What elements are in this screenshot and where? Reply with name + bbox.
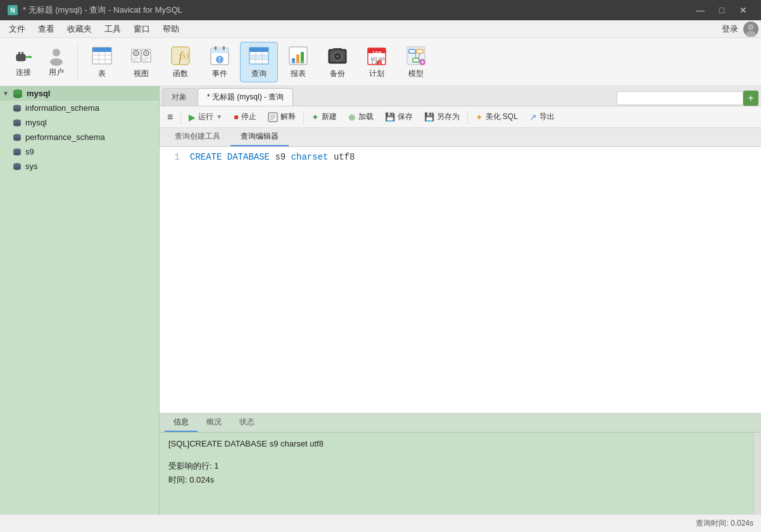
sidebar-db-sys[interactable]: sys bbox=[0, 159, 159, 174]
svg-point-7 bbox=[53, 49, 60, 56]
run-dropdown-icon[interactable]: ▼ bbox=[216, 113, 222, 120]
toolbar-conn-group: 连接 用户 bbox=[5, 42, 75, 82]
sidebar-db-performance_schema[interactable]: performance_schema bbox=[0, 130, 159, 144]
toolbar-plan-button[interactable]: JAN M T W T 1 2 3 计划 bbox=[358, 42, 396, 82]
toolbar-report-button[interactable]: 报表 bbox=[279, 42, 317, 82]
sidebar-db-s9[interactable]: s9 bbox=[0, 144, 159, 159]
toolbar-user-button[interactable]: 用户 bbox=[41, 42, 72, 82]
keyword-create: CREATE DATABASE bbox=[190, 152, 270, 162]
query-label: 查询 bbox=[251, 68, 267, 79]
new-icon: ✦ bbox=[311, 112, 319, 122]
toolbar-model-button[interactable]: ✦ 模型 bbox=[397, 42, 435, 82]
toolbar-main-group: 表 视图 bbox=[80, 42, 437, 82]
svg-rect-29 bbox=[211, 48, 229, 53]
beautify-icon: ✦ bbox=[475, 112, 483, 122]
toolbar-connect-button[interactable]: 连接 bbox=[8, 42, 39, 82]
menu-view[interactable]: 查看 bbox=[32, 21, 61, 37]
new-button[interactable]: ✦ 新建 bbox=[306, 109, 342, 125]
close-button[interactable]: ✕ bbox=[733, 0, 753, 20]
query-tab-builder[interactable]: 查询创建工具 bbox=[165, 128, 230, 146]
svg-text:(x): (x) bbox=[180, 51, 189, 60]
scrollbar-vertical[interactable] bbox=[753, 433, 761, 514]
plan-icon: JAN M T W T 1 2 3 bbox=[365, 44, 388, 67]
toolbar-table-button[interactable]: 表 bbox=[83, 42, 121, 82]
run-button[interactable]: ▶ 运行 ▼ bbox=[184, 109, 227, 125]
bottom-tab-status[interactable]: 状态 bbox=[230, 414, 263, 432]
maximize-button[interactable]: □ bbox=[712, 0, 732, 20]
svg-text:!: ! bbox=[218, 56, 220, 63]
menu-file[interactable]: 文件 bbox=[3, 21, 32, 37]
sidebar-root-mysql[interactable]: ▼ mysql bbox=[0, 86, 159, 101]
bottom-panel: 信息 概况 状态 [SQL]CREATE DATABASE s9 charset… bbox=[160, 413, 761, 514]
load-label: 加载 bbox=[358, 111, 374, 122]
sep-2 bbox=[303, 110, 304, 124]
explain-label: 解释 bbox=[280, 111, 296, 122]
load-button[interactable]: ⊕ 加载 bbox=[343, 109, 379, 125]
export-button[interactable]: ↗ 导出 bbox=[524, 109, 560, 125]
backup-icon bbox=[326, 44, 349, 67]
svg-text:3: 3 bbox=[378, 61, 380, 65]
query-icon bbox=[248, 44, 270, 67]
menu-tools[interactable]: 工具 bbox=[98, 21, 127, 37]
toolbar-backup-button[interactable]: 备份 bbox=[318, 42, 356, 82]
toolbar-view-button[interactable]: 视图 bbox=[122, 42, 160, 82]
model-icon: ✦ bbox=[405, 44, 427, 67]
run-label: 运行 bbox=[198, 111, 213, 122]
new-query-button[interactable]: + bbox=[743, 91, 758, 106]
table-label: 表 bbox=[98, 68, 106, 79]
save-button[interactable]: 💾 保存 bbox=[380, 109, 418, 125]
connect-label: 连接 bbox=[16, 67, 31, 78]
editor-area[interactable]: 1 CREATE DATABASE s9 charset utf8 bbox=[160, 147, 761, 413]
tab-bar: 对象 * 无标题 (mysql) - 查询 + bbox=[160, 86, 761, 106]
login-button[interactable]: 登录 bbox=[722, 23, 738, 35]
sidebar-db-mysql[interactable]: mysql bbox=[0, 115, 159, 130]
menu-button[interactable]: ≡ bbox=[162, 109, 178, 125]
app-icon: N bbox=[8, 5, 18, 15]
stop-button[interactable]: ■ 停止 bbox=[229, 109, 261, 125]
svg-rect-35 bbox=[249, 48, 268, 52]
view-label: 视图 bbox=[134, 68, 149, 79]
minimize-button[interactable]: — bbox=[690, 0, 710, 20]
sidebar-db-label: s9 bbox=[25, 147, 34, 156]
menu-help[interactable]: 帮助 bbox=[156, 21, 186, 37]
view-icon bbox=[130, 44, 153, 67]
svg-point-74 bbox=[13, 94, 22, 98]
database-icon bbox=[13, 163, 22, 170]
svg-point-6 bbox=[29, 56, 32, 58]
menu-window[interactable]: 窗口 bbox=[127, 21, 156, 37]
tab-query[interactable]: * 无标题 (mysql) - 查询 bbox=[198, 88, 293, 106]
backup-label: 备份 bbox=[330, 68, 345, 79]
query-tab-editor[interactable]: 查询编辑器 bbox=[230, 128, 289, 146]
toolbar-event-button[interactable]: ! 事件 bbox=[201, 42, 239, 82]
bottom-tab-info[interactable]: 信息 bbox=[165, 414, 198, 432]
svg-rect-66 bbox=[417, 49, 423, 53]
svg-text:1: 1 bbox=[371, 60, 374, 65]
svg-rect-10 bbox=[92, 48, 111, 52]
saveas-button[interactable]: 💾 另存为 bbox=[419, 109, 465, 125]
svg-rect-40 bbox=[249, 55, 268, 60]
user-avatar[interactable] bbox=[743, 22, 758, 37]
model-label: 模型 bbox=[408, 68, 424, 79]
sec-toolbar: ≡ ▶ 运行 ▼ ■ 停止 解释 bbox=[160, 106, 761, 128]
sidebar-db-information_schema[interactable]: information_schema bbox=[0, 101, 159, 115]
explain-button[interactable]: 解释 bbox=[263, 109, 301, 125]
svg-point-77 bbox=[13, 108, 21, 111]
menu-favorites[interactable]: 收藏夹 bbox=[61, 21, 98, 37]
beautify-button[interactable]: ✦ 美化 SQL bbox=[470, 109, 523, 125]
beautify-label: 美化 SQL bbox=[486, 111, 518, 122]
toolbar-query-button[interactable]: 查询 bbox=[240, 42, 278, 82]
report-label: 报表 bbox=[291, 68, 306, 79]
menubar: 文件 查看 收藏夹 工具 窗口 帮助 登录 bbox=[0, 20, 761, 38]
sidebar-db-label: information_schema bbox=[25, 103, 99, 113]
line-number: 1 bbox=[167, 152, 180, 162]
svg-point-86 bbox=[13, 152, 21, 155]
sidebar-db-label: sys bbox=[25, 162, 38, 171]
stop-label: 停止 bbox=[241, 111, 256, 122]
chevron-down-icon: ▼ bbox=[3, 90, 9, 97]
tab-object[interactable]: 对象 bbox=[162, 88, 196, 106]
search-input[interactable] bbox=[617, 91, 743, 105]
charset-val: utf8 bbox=[334, 152, 355, 162]
toolbar-function-button[interactable]: f (x) 函数 bbox=[161, 42, 199, 82]
svg-text:✦: ✦ bbox=[420, 60, 425, 65]
bottom-tab-overview[interactable]: 概况 bbox=[198, 414, 230, 432]
